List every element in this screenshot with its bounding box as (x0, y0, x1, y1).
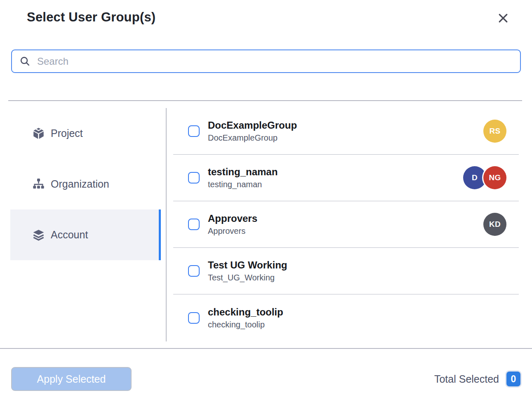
select-user-groups-dialog: Select User Group(s) (0, 0, 532, 400)
apply-selected-button[interactable]: Apply Selected (11, 367, 132, 391)
total-selected: Total Selected 0 (434, 372, 520, 386)
group-id: Approvers (208, 226, 257, 236)
group-row: checking_toolip checking_toolip (173, 294, 519, 341)
group-id: testing_naman (208, 179, 278, 190)
group-row: Test UG Working Test_UG_Working (173, 248, 519, 294)
search-area (11, 49, 521, 73)
avatar: KD (483, 213, 506, 236)
group-text: checking_toolip checking_toolip (208, 306, 283, 330)
cube-icon (32, 127, 45, 140)
sidebar-item-label: Organization (51, 178, 109, 190)
group-text: Approvers Approvers (208, 212, 257, 236)
group-row: DocExampleGroup DocExampleGroup RS (173, 108, 519, 155)
group-checkbox[interactable] (188, 265, 200, 277)
group-id: checking_toolip (208, 319, 283, 330)
sidebar-item-organization[interactable]: Organization (10, 159, 161, 209)
group-id: Test_UG_Working (208, 272, 287, 283)
org-chart-icon (32, 178, 45, 191)
group-checkbox[interactable] (188, 219, 200, 230)
group-name: testing_naman (208, 166, 278, 178)
dialog-footer: Apply Selected Total Selected 0 (0, 349, 532, 391)
group-text: testing_naman testing_naman (208, 166, 278, 190)
user-group-list: DocExampleGroup DocExampleGroup RS testi… (173, 108, 519, 341)
header-divider (8, 100, 522, 101)
layers-icon (32, 228, 45, 241)
group-id: DocExampleGroup (208, 132, 297, 143)
group-row: Approvers Approvers KD (173, 201, 519, 248)
avatar-stack: D NG (463, 166, 506, 189)
close-icon (497, 12, 509, 24)
avatar-stack: RS (483, 120, 506, 143)
group-checkbox[interactable] (188, 312, 200, 324)
group-checkbox[interactable] (188, 172, 200, 184)
dialog-header: Select User Group(s) (0, 0, 532, 25)
avatar: RS (483, 120, 506, 143)
group-name: Approvers (208, 212, 257, 225)
close-button[interactable] (496, 11, 511, 26)
group-name: DocExampleGroup (208, 119, 297, 132)
sidebar-item-project[interactable]: Project (10, 108, 161, 159)
sidebar-item-account[interactable]: Account (10, 209, 161, 260)
dialog-content: Project Organization (0, 108, 532, 341)
vertical-divider (166, 108, 167, 341)
search-box[interactable] (11, 49, 521, 73)
search-icon (19, 56, 31, 67)
group-text: Test UG Working Test_UG_Working (208, 259, 287, 283)
total-selected-badge: 0 (506, 372, 520, 386)
sidebar-item-label: Account (51, 229, 88, 241)
group-text: DocExampleGroup DocExampleGroup (208, 119, 297, 143)
sidebar-item-label: Project (51, 127, 83, 139)
scope-sidebar: Project Organization (10, 108, 161, 341)
dialog-title: Select User Group(s) (27, 10, 507, 25)
group-name: Test UG Working (208, 259, 287, 271)
avatar: NG (483, 166, 506, 189)
group-checkbox[interactable] (188, 125, 200, 137)
group-row: testing_naman testing_naman D NG (173, 155, 519, 201)
avatar-stack: KD (483, 213, 506, 236)
search-input[interactable] (37, 56, 513, 67)
total-selected-label: Total Selected (434, 373, 499, 385)
avatar: D (463, 166, 486, 189)
group-name: checking_toolip (208, 306, 283, 318)
